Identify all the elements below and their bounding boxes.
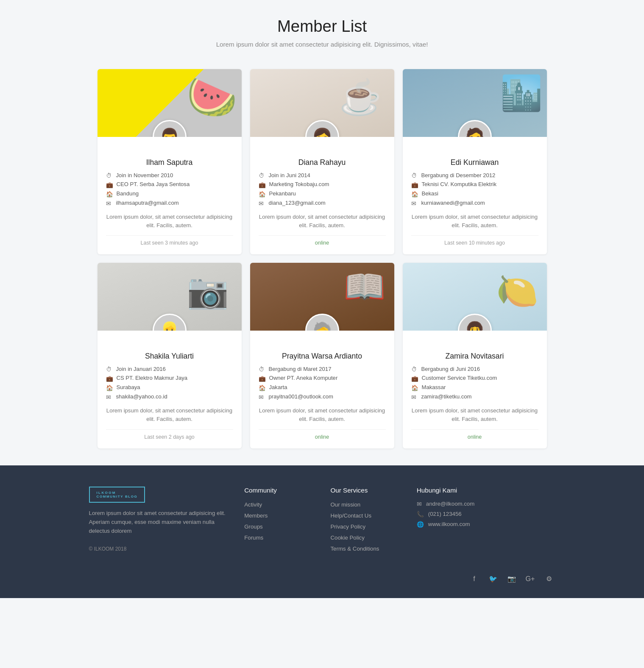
member-card-body: Edi Kurniawan ⏱ Bergabung di Desember 20…	[403, 137, 547, 254]
footer-service-link[interactable]: Help/Contact Us	[330, 512, 371, 519]
footer-contact-email: ✉andre@ilkoom.com	[417, 501, 555, 507]
member-join-text: Bergabung di Desember 2012	[421, 172, 496, 178]
member-cover: 👩‍🦱	[403, 263, 547, 331]
footer-social-google-plus-icon[interactable]: G+	[524, 573, 537, 585]
footer-community-link-item: Forums	[244, 534, 313, 541]
footer-services: Our Services Our missionHelp/Contact UsP…	[330, 487, 399, 556]
footer-contact-email-text: andre@ilkoom.com	[426, 501, 474, 507]
member-status: Last seen 3 minutes ago	[106, 235, 233, 246]
member-cover: 🧓	[250, 263, 394, 331]
member-avatar: 👨	[153, 120, 187, 137]
member-card[interactable]: 👩‍🦱 Zamira Novitasari ⏱ Bergabung di Jun…	[403, 263, 547, 448]
member-avatar: 👱‍♀️	[153, 314, 187, 331]
briefcase-icon: 💼	[259, 181, 266, 188]
member-location-text: Jakarta	[269, 384, 287, 390]
footer-service-link-item: Help/Contact Us	[330, 512, 399, 519]
email-icon: ✉	[259, 394, 265, 401]
briefcase-icon: 💼	[106, 181, 113, 188]
email-icon: ✉	[259, 200, 265, 207]
member-email-info: ✉ zamira@tiketku.com	[411, 393, 538, 401]
footer-community-link-item: Groups	[244, 523, 313, 530]
member-status: Last seen 10 minutes ago	[411, 235, 538, 246]
member-join-text: Join in Juni 2014	[269, 172, 310, 178]
email-icon: ✉	[106, 394, 113, 401]
member-email-info: ✉ prayitna001@outlook.com	[259, 393, 386, 401]
page-title: Member List	[8, 17, 636, 36]
member-status: online	[411, 429, 538, 440]
member-join-info: ⏱ Join in Januari 2016	[106, 366, 233, 373]
footer-community-link[interactable]: Activity	[244, 501, 262, 508]
member-cover: 👩	[250, 69, 394, 137]
member-card-body: Ilham Saputra ⏱ Join in November 2010 💼 …	[98, 137, 242, 254]
member-card[interactable]: 👨 Ilham Saputra ⏱ Join in November 2010 …	[98, 69, 242, 254]
footer-social-github-icon[interactable]: ⚙	[543, 573, 555, 585]
footer-logo-sub: COMMUNITY BLOG	[97, 495, 138, 498]
footer-service-link[interactable]: Terms & Conditions	[330, 546, 379, 552]
footer-social-facebook-icon[interactable]: f	[468, 573, 481, 585]
footer-community-link-item: Members	[244, 512, 313, 519]
footer-contact-website-text: www.ilkoom.com	[428, 521, 470, 527]
member-bio: Lorem ipsum dolor, sit amet consectetur …	[106, 406, 233, 423]
member-email-info: ✉ diana_123@gmail.com	[259, 200, 386, 207]
footer-community-link[interactable]: Members	[244, 512, 268, 519]
member-cover: 🧔	[403, 69, 547, 137]
member-bio: Lorem ipsum dolor, sit amet consectetur …	[411, 213, 538, 229]
footer-contact-website-icon: 🌐	[417, 521, 424, 528]
briefcase-icon: 💼	[411, 375, 418, 382]
footer-contact-title: Hubungi Kami	[417, 487, 555, 494]
member-job-text: Customer Service Tiketku.com	[422, 375, 497, 381]
member-job-text: Marketing Tokobaju.com	[269, 181, 329, 187]
member-join-text: Bergabung di Juni 2016	[421, 366, 480, 372]
member-cover: 👱‍♀️	[98, 263, 242, 331]
member-job-text: Owner PT. Aneka Komputer	[269, 375, 338, 381]
footer-service-link[interactable]: Our mission	[330, 501, 360, 508]
member-location-text: Bandung	[117, 190, 139, 197]
footer-contact: Hubungi Kami ✉andre@ilkoom.com📞(021) 123…	[417, 487, 555, 556]
home-icon: 🏠	[106, 191, 113, 198]
clock-icon: ⏱	[106, 366, 113, 373]
member-name: Diana Rahayu	[259, 158, 386, 167]
briefcase-icon: 💼	[259, 375, 266, 382]
member-card[interactable]: 🧓 Prayitna Warsa Ardianto ⏱ Bergabung di…	[250, 263, 394, 448]
member-email-text: zamira@tiketku.com	[421, 393, 472, 400]
footer-community: Community ActivityMembersGroupsForums	[244, 487, 313, 556]
member-join-text: Join in November 2010	[116, 172, 173, 178]
home-icon: 🏠	[411, 384, 418, 391]
footer-community-link-item: Activity	[244, 501, 313, 508]
member-location-info: 🏠 Makassar	[411, 384, 538, 391]
footer-service-link-item: Cookie Policy	[330, 534, 399, 541]
footer-brand: ILKOOM COMMUNITY BLOG Lorem ipsum dolor …	[89, 487, 228, 556]
footer-services-title: Our Services	[330, 487, 399, 494]
member-info-list: ⏱ Bergabung di Desember 2012 💼 Teknisi C…	[411, 172, 538, 207]
footer-contact-website: 🌐www.ilkoom.com	[417, 521, 555, 528]
member-location-text: Surabaya	[117, 384, 140, 390]
member-card[interactable]: 👩 Diana Rahayu ⏱ Join in Juni 2014 💼 Mar…	[250, 69, 394, 254]
member-bio: Lorem ipsum dolor, sit amet consectetur …	[259, 213, 386, 229]
member-info-list: ⏱ Join in Juni 2014 💼 Marketing Tokobaju…	[259, 172, 386, 207]
member-card[interactable]: 🧔 Edi Kurniawan ⏱ Bergabung di Desember …	[403, 69, 547, 254]
clock-icon: ⏱	[259, 366, 265, 373]
briefcase-icon: 💼	[106, 375, 113, 382]
home-icon: 🏠	[259, 384, 266, 391]
footer-contact-email-icon: ✉	[417, 501, 422, 507]
clock-icon: ⏱	[411, 173, 418, 179]
member-location-text: Bekasi	[422, 190, 438, 197]
footer-community-title: Community	[244, 487, 313, 494]
footer-service-link-item: Our mission	[330, 501, 399, 508]
member-bio: Lorem ipsum dolor, sit amet consectetur …	[411, 406, 538, 423]
member-card[interactable]: 👱‍♀️ Shakila Yuliarti ⏱ Join in Januari …	[98, 263, 242, 448]
footer-community-link[interactable]: Forums	[244, 534, 263, 541]
member-location-info: 🏠 Surabaya	[106, 384, 233, 391]
footer-services-links: Our missionHelp/Contact UsPrivacy Policy…	[330, 501, 399, 552]
footer-service-link[interactable]: Privacy Policy	[330, 523, 365, 530]
footer-service-link[interactable]: Cookie Policy	[330, 534, 364, 541]
member-job-text: CS PT. Elektro Makmur Jaya	[117, 375, 188, 381]
footer-social-twitter-icon[interactable]: 🐦	[487, 573, 499, 585]
footer-social-instagram-icon[interactable]: 📷	[505, 573, 518, 585]
footer-community-link[interactable]: Groups	[244, 523, 263, 530]
member-info-list: ⏱ Join in Januari 2016 💼 CS PT. Elektro …	[106, 366, 233, 401]
member-join-info: ⏱ Join in November 2010	[106, 172, 233, 179]
page-header: Member List Lorem ipsum dolor sit amet c…	[0, 0, 644, 56]
clock-icon: ⏱	[259, 173, 265, 179]
member-join-info: ⏱ Bergabung di Maret 2017	[259, 366, 386, 373]
